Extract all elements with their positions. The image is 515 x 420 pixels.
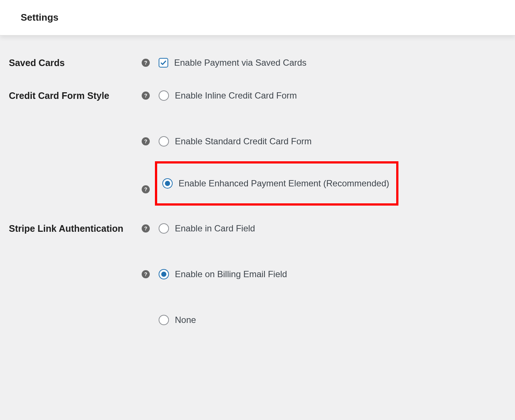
- option-row: ? Enable on Billing Email Field: [142, 269, 506, 279]
- options-column: ? Enable in Card Field ? Enable on Billi…: [142, 223, 506, 325]
- settings-content: Saved Cards ? Enable Payment via Saved C…: [0, 35, 515, 334]
- settings-header: Settings: [0, 0, 515, 35]
- option-row: ? Enable Inline Credit Card Form: [142, 90, 506, 101]
- none-text: None: [175, 315, 196, 325]
- card-field-radio[interactable]: [159, 223, 169, 234]
- options-column: ? Enable Inline Credit Card Form ? Enabl…: [142, 90, 506, 217]
- help-icon[interactable]: ?: [142, 59, 150, 67]
- saved-cards-checkbox[interactable]: [159, 58, 168, 68]
- radio-inner: [161, 272, 166, 277]
- radio-inner: [165, 181, 170, 186]
- stripe-link-label: Stripe Link Authentication: [9, 223, 123, 234]
- standard-form-text: Enable Standard Credit Card Form: [175, 136, 312, 147]
- help-icon[interactable]: ?: [142, 137, 150, 145]
- option-row: None: [142, 315, 506, 325]
- standard-form-radio[interactable]: [159, 136, 169, 147]
- help-icon[interactable]: ?: [142, 185, 150, 193]
- check-icon: [160, 59, 167, 66]
- enhanced-payment-text: Enable Enhanced Payment Element (Recomme…: [179, 178, 389, 189]
- label-column: Saved Cards: [9, 58, 142, 68]
- credit-card-form-style-label: Credit Card Form Style: [9, 90, 109, 101]
- card-field-text: Enable in Card Field: [175, 223, 255, 234]
- enhanced-payment-radio[interactable]: [162, 178, 173, 189]
- saved-cards-label: Saved Cards: [9, 58, 65, 68]
- label-column: Stripe Link Authentication: [9, 223, 142, 234]
- none-radio[interactable]: [159, 315, 169, 325]
- help-icon[interactable]: ?: [142, 92, 150, 100]
- stripe-link-section: Stripe Link Authentication ? Enable in C…: [9, 223, 506, 325]
- highlight-box: Enable Enhanced Payment Element (Recomme…: [155, 161, 398, 206]
- option-row: ? Enable in Card Field: [142, 223, 506, 234]
- option-row: ? Enable Standard Credit Card Form: [142, 136, 506, 147]
- inline-form-text: Enable Inline Credit Card Form: [175, 90, 297, 101]
- option-row: ? Enable Payment via Saved Cards: [142, 58, 506, 68]
- saved-cards-option-text: Enable Payment via Saved Cards: [174, 58, 307, 68]
- label-column: Credit Card Form Style: [9, 90, 142, 101]
- highlight-wrapper: ? Enable Enhanced Payment Element (Recom…: [159, 161, 506, 217]
- billing-email-text: Enable on Billing Email Field: [175, 269, 287, 279]
- options-column: ? Enable Payment via Saved Cards: [142, 58, 506, 68]
- billing-email-radio[interactable]: [159, 269, 169, 279]
- credit-card-form-style-section: Credit Card Form Style ? Enable Inline C…: [9, 90, 506, 217]
- inline-form-radio[interactable]: [159, 90, 169, 101]
- help-icon[interactable]: ?: [142, 224, 150, 233]
- page-title: Settings: [21, 12, 494, 23]
- saved-cards-section: Saved Cards ? Enable Payment via Saved C…: [9, 58, 506, 68]
- help-icon[interactable]: ?: [142, 270, 150, 278]
- help-icon-spacer: [142, 316, 150, 324]
